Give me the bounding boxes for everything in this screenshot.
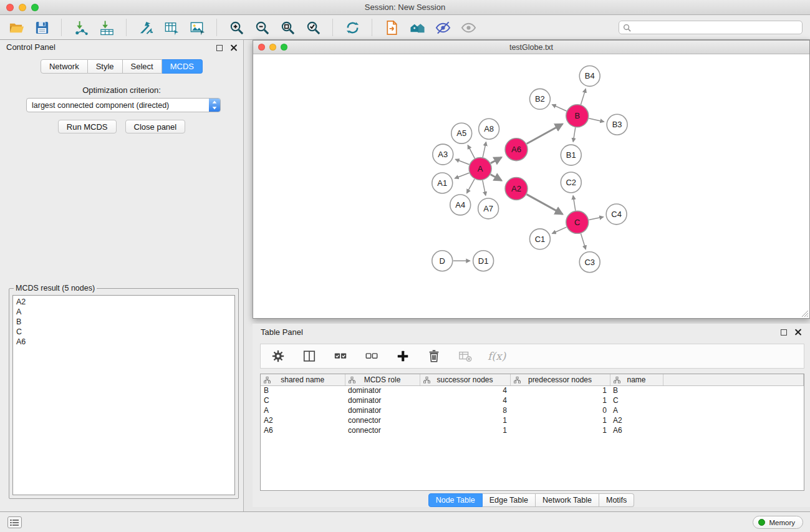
zoom-fit-icon[interactable] [279, 19, 296, 36]
column-header-MCDS-role[interactable]: MCDS role [345, 374, 420, 385]
mcds-result-item[interactable]: C [13, 327, 234, 337]
node-A4[interactable]: A4 [450, 195, 471, 215]
zoom-out-icon[interactable] [253, 19, 271, 36]
node-A3[interactable]: A3 [433, 144, 453, 165]
tab-network-table[interactable]: Network Table [536, 493, 599, 507]
node-A8[interactable]: A8 [479, 118, 499, 139]
table-function-fx-icon[interactable]: f(x) [488, 350, 506, 362]
node-D[interactable]: D [432, 251, 453, 271]
panel-selector-button[interactable] [7, 516, 22, 528]
edge-A-A4[interactable] [467, 179, 475, 193]
tab-edge-table[interactable]: Edge Table [483, 493, 536, 507]
node-B1[interactable]: B1 [561, 145, 581, 165]
edge-A-A8[interactable] [483, 142, 486, 157]
table-float-panel-icon[interactable] [781, 329, 787, 336]
table-close-panel-icon[interactable] [794, 329, 801, 336]
tab-node-table[interactable]: Node Table [428, 493, 483, 507]
node-C4[interactable]: C4 [606, 204, 627, 225]
table-settings-gear-icon[interactable] [269, 347, 287, 365]
home-layout-icon[interactable] [408, 19, 426, 36]
node-A6[interactable]: A6 [505, 138, 528, 161]
column-header-successor-nodes[interactable]: successor nodes [420, 374, 510, 385]
tab-mcds[interactable]: MCDS [162, 59, 203, 74]
export-network-icon[interactable] [137, 19, 155, 36]
table-row[interactable]: A6connector11A6 [261, 425, 804, 435]
table-cell[interactable]: A2 [261, 415, 345, 425]
network-zoom-button[interactable] [281, 44, 287, 51]
results-panel-icon[interactable] [383, 19, 400, 36]
edge-C-C1[interactable] [552, 227, 566, 233]
table-cell[interactable]: 1 [510, 385, 610, 395]
resize-grip-icon[interactable] [801, 309, 809, 317]
table-cell[interactable]: connector [345, 415, 420, 425]
table-cell[interactable]: B [261, 385, 345, 395]
node-A1[interactable]: A1 [432, 173, 453, 193]
network-close-button[interactable] [258, 44, 265, 51]
table-delete-table-icon[interactable] [456, 347, 474, 365]
column-header-name[interactable]: name [610, 374, 663, 385]
import-network-from-file-icon[interactable] [72, 19, 90, 36]
table-deselect-all-icon[interactable] [363, 347, 380, 365]
import-table-from-file-icon[interactable] [98, 19, 115, 36]
table-row[interactable]: A2connector11A2 [261, 415, 804, 425]
mcds-result-item[interactable]: B [13, 317, 234, 327]
table-cell[interactable]: 8 [420, 405, 510, 415]
close-window-button[interactable] [6, 4, 14, 11]
table-cell[interactable]: 4 [420, 395, 510, 405]
close-panel-icon[interactable] [230, 44, 237, 51]
network-minimize-button[interactable] [269, 44, 276, 51]
tab-network[interactable]: Network [41, 59, 88, 74]
table-cell[interactable]: 4 [420, 385, 510, 395]
node-A2[interactable]: A2 [505, 178, 528, 200]
table-cell[interactable]: 1 [420, 425, 510, 435]
table-row[interactable]: Cdominator41C [261, 395, 804, 405]
memory-button[interactable]: Memory [753, 516, 803, 529]
table-cell[interactable]: A6 [261, 425, 345, 435]
node-B2[interactable]: B2 [529, 89, 550, 109]
node-B[interactable]: B [566, 105, 589, 127]
edge-C-C2[interactable] [573, 196, 576, 211]
node-C3[interactable]: C3 [579, 252, 600, 273]
node-A[interactable]: A [469, 158, 491, 180]
mcds-result-item[interactable]: A6 [13, 337, 234, 347]
table-cell[interactable]: A [261, 405, 345, 415]
table-cell[interactable]: 1 [510, 415, 610, 425]
save-session-icon[interactable] [33, 19, 51, 36]
node-D1[interactable]: D1 [473, 251, 494, 271]
edge-C-C3[interactable] [581, 233, 586, 249]
table-cell[interactable]: C [261, 395, 345, 405]
table-cell[interactable]: A2 [610, 415, 663, 425]
table-delete-icon[interactable] [425, 347, 443, 365]
float-panel-icon[interactable] [216, 45, 223, 51]
edge-B-B1[interactable] [573, 127, 576, 142]
edge-A-A6[interactable] [491, 157, 501, 163]
table-cell[interactable]: 1 [510, 425, 610, 435]
edge-B-B3[interactable] [589, 118, 604, 122]
table-columns-icon[interactable] [301, 347, 318, 365]
search-input[interactable] [634, 23, 798, 32]
table-cell[interactable]: B [610, 385, 663, 395]
table-cell[interactable]: dominator [345, 405, 420, 415]
close-panel-button[interactable]: Close panel [125, 120, 186, 133]
edge-A-A7[interactable] [483, 180, 486, 195]
edge-B-B2[interactable] [552, 105, 566, 111]
tab-motifs[interactable]: Motifs [599, 493, 634, 507]
show-details-icon[interactable] [460, 19, 477, 36]
node-C2[interactable]: C2 [561, 172, 581, 193]
table-row[interactable]: Adominator80A [261, 405, 804, 415]
run-mcds-button[interactable]: Run MCDS [58, 120, 117, 133]
table-cell[interactable]: 0 [510, 405, 610, 415]
edge-B-B4[interactable] [581, 89, 586, 104]
tab-select[interactable]: Select [123, 59, 162, 74]
refresh-layout-icon[interactable] [344, 19, 361, 36]
node-A7[interactable]: A7 [478, 198, 499, 219]
export-table-icon[interactable] [163, 19, 180, 36]
network-canvas[interactable]: B4B2BB3A8A5A6B1A3AC2A1A2A4A7C4CC1DD1C3 [253, 55, 809, 318]
node-C1[interactable]: C1 [529, 229, 550, 249]
node-A5[interactable]: A5 [451, 123, 472, 143]
mcds-result-item[interactable]: A2 [13, 297, 234, 307]
open-session-icon[interactable] [7, 19, 25, 36]
edge-A-A1[interactable] [455, 173, 469, 178]
minimize-window-button[interactable] [19, 4, 26, 11]
table-cell[interactable]: 1 [420, 415, 510, 425]
